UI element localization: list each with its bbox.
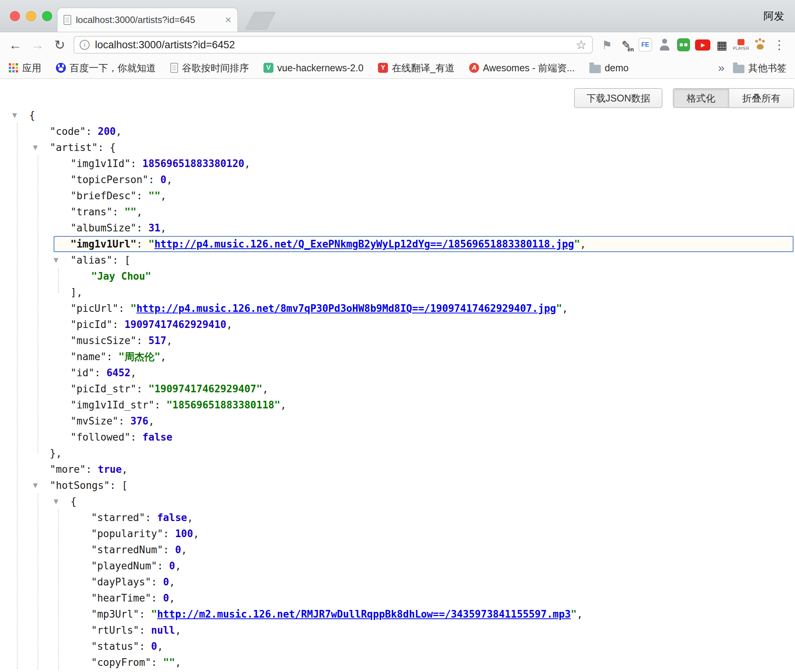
json-token: , (244, 158, 250, 169)
bookmarks-overflow-icon[interactable]: » (718, 61, 725, 74)
collapse-all-button[interactable]: 折叠所有 (728, 89, 793, 107)
json-token: "dayPlays" (91, 576, 151, 588)
json-token: "18569651883380118" (166, 399, 280, 411)
extensions-row: ⚑✎enFE▶▦PLAYER⋮ (598, 36, 788, 54)
bookmark-item[interactable]: Y在线翻译_有道 (378, 62, 455, 74)
folder-icon (589, 65, 601, 73)
json-line: "status": 0, (0, 638, 795, 654)
collapse-toggle-icon[interactable]: ▼ (33, 477, 50, 493)
bookmark-label: Awesomes - 前端资... (483, 62, 575, 74)
json-line: "img1v1Id": 18569651883380120, (0, 156, 795, 172)
json-token: 18569651883380120 (142, 158, 244, 169)
json-url-link[interactable]: http://p4.music.126.net/8mv7qP30Pd3oHW8b… (136, 303, 556, 314)
collapse-toggle-icon[interactable]: ▼ (12, 107, 29, 123)
window-close-button[interactable] (10, 11, 20, 21)
json-token: "briefDesc" (70, 190, 136, 202)
json-token: "mp3Url" (91, 608, 139, 620)
youtube-icon[interactable]: ▶ (694, 36, 712, 54)
json-token: : [ (110, 480, 128, 491)
json-token: , (166, 335, 172, 346)
new-tab-button[interactable] (245, 12, 276, 30)
json-token: : (139, 624, 151, 636)
profile-name[interactable]: 阿发 (764, 0, 784, 32)
bookmarks-list: 应用百度一下，你就知道谷歌按时间排序Vvue-hackernews-2.0Y在线… (8, 62, 628, 74)
json-token: : (157, 560, 169, 572)
json-token: "more" (50, 464, 86, 475)
format-button[interactable]: 格式化 (674, 89, 728, 107)
json-line: ▼{ (0, 493, 795, 510)
json-line: "albumSize": 31, (0, 220, 795, 236)
json-token: { (70, 496, 77, 507)
tab-close-icon[interactable]: × (225, 15, 231, 25)
json-line: "img1v1Url": "http://p4.music.126.net/Q_… (0, 236, 795, 252)
download-json-button[interactable]: 下载JSON数据 (574, 88, 662, 108)
json-line: "followed": false (0, 429, 795, 445)
json-token: "img1v1Id" (70, 158, 131, 169)
json-line: "trans": "", (0, 204, 795, 220)
url-text[interactable]: localhost:3000/artists?id=6452 (95, 39, 235, 51)
site-info-icon[interactable]: i (80, 40, 90, 50)
youdao-translate-icon[interactable]: ✎en (617, 36, 635, 54)
json-token: , (175, 657, 181, 668)
json-token: false (142, 431, 172, 443)
json-token: false (157, 512, 187, 523)
json-url-link[interactable]: http://m2.music.126.net/RMJR7wDullRqppBk… (157, 608, 571, 620)
json-line: "starredNum": 0, (0, 542, 795, 558)
browser-window: localhost:3000/artists?id=645 × 阿发 ← → ↻… (0, 0, 795, 672)
json-url-link[interactable]: http://p4.music.126.net/Q_ExePNkmgB2yWyL… (154, 238, 574, 250)
json-line: "popularity": 100, (0, 526, 795, 542)
back-button[interactable]: ← (7, 38, 24, 52)
json-token: 19097417462929410 (124, 319, 226, 330)
page-favicon-icon (64, 15, 71, 25)
collapse-toggle-icon[interactable]: ▼ (54, 493, 70, 510)
netease-player-label: PLAYER (733, 46, 749, 51)
json-line: "Jay Chou" (0, 268, 795, 284)
json-token: "name" (70, 351, 106, 362)
json-viewer: ▼{"code": 200,▼"artist": {"img1v1Id": 18… (0, 107, 795, 670)
json-token: , (122, 464, 128, 475)
fehelper-icon[interactable]: FE (636, 36, 654, 54)
json-token: true (98, 464, 122, 475)
json-lines: ▼{"code": 200,▼"artist": {"img1v1Id": 18… (0, 107, 795, 670)
json-line: "topicPerson": 0, (0, 172, 795, 188)
bookmark-item[interactable]: 百度一下，你就知道 (56, 62, 156, 74)
json-token: 517 (149, 335, 167, 346)
bookmark-item[interactable]: demo (589, 62, 629, 74)
json-token: 0 (163, 576, 169, 588)
reload-button[interactable]: ↻ (51, 37, 68, 52)
cat-paw-icon[interactable] (751, 36, 769, 54)
bookmark-item[interactable]: 谷歌按时间排序 (170, 62, 249, 74)
bookmark-star-icon[interactable]: ☆ (576, 38, 587, 52)
other-bookmarks-folder[interactable]: 其他书签 (733, 62, 787, 74)
qr-code-icon[interactable]: ▦ (713, 36, 731, 54)
youtube-glyph: ▶ (695, 39, 710, 51)
window-zoom-button[interactable] (42, 11, 52, 21)
json-token: " (151, 608, 157, 620)
json-token: : (118, 303, 130, 314)
netease-player-icon[interactable]: PLAYER (732, 36, 750, 54)
json-token: , (157, 641, 163, 652)
collapse-toggle-icon[interactable]: ▼ (33, 139, 50, 156)
tampermonkey-icon[interactable] (675, 36, 692, 54)
collapse-toggle-icon[interactable]: ▼ (54, 252, 70, 268)
bookmark-item[interactable]: Vvue-hackernews-2.0 (263, 62, 363, 74)
browser-tab[interactable]: localhost:3000/artists?id=645 × (57, 8, 237, 32)
window-minimize-button[interactable] (26, 11, 36, 21)
json-line: ▼{ (0, 107, 795, 123)
bookmark-item[interactable]: 应用 (8, 62, 41, 74)
json-token: "" (124, 206, 136, 218)
json-token: : (86, 464, 98, 475)
json-line: "picId": 19097417462929410, (0, 316, 795, 333)
profile-person-icon[interactable] (656, 36, 673, 54)
bookmark-item[interactable]: AAwesomes - 前端资... (469, 62, 575, 74)
json-token: : (136, 335, 148, 346)
json-token: "status" (91, 641, 139, 652)
json-line: "playedNum": 0, (0, 558, 795, 574)
vimium-flag-icon[interactable]: ⚑ (598, 36, 616, 54)
address-bar[interactable]: i localhost:3000/artists?id=6452 ☆ (74, 36, 593, 54)
browser-menu-icon[interactable]: ⋮ (770, 36, 788, 54)
bookmark-label: demo (605, 62, 629, 74)
json-token: , (580, 238, 586, 250)
json-token: , (160, 190, 167, 202)
json-token: "playedNum" (91, 560, 157, 572)
